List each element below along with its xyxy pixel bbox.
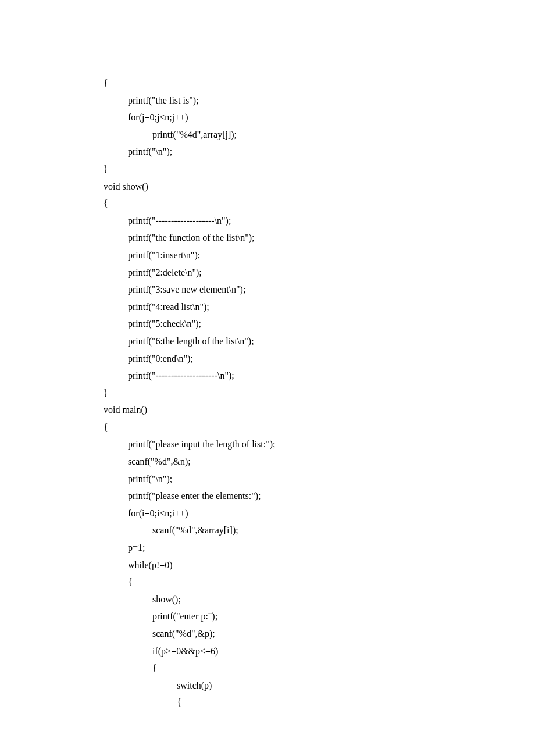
code-line: printf("--------------------\n"); <box>104 367 535 384</box>
code-line: scanf("%d",&array[i]); <box>104 522 535 539</box>
code-line: show(); <box>104 591 535 608</box>
code-line: printf("\n"); <box>104 143 535 161</box>
code-line: } <box>104 161 535 178</box>
code-line: printf("-------------------\n"); <box>104 212 535 230</box>
code-line: printf("1:insert\n"); <box>104 247 535 264</box>
code-line: printf("please input the length of list:… <box>104 436 535 453</box>
code-line: { <box>104 195 535 212</box>
code-line: printf("the function of the list\n"); <box>104 229 535 247</box>
code-line: void show() <box>104 178 535 195</box>
code-line: switch(p) <box>104 677 535 694</box>
code-line: printf("6:the length of the list\n"); <box>104 333 535 350</box>
code-line: printf("0:end\n"); <box>104 350 535 368</box>
code-line: } <box>104 384 535 402</box>
code-line: printf("\n"); <box>104 470 535 488</box>
code-line: scanf("%d",&p); <box>104 625 535 643</box>
code-line: { <box>104 694 535 711</box>
code-line: { <box>104 573 535 591</box>
code-line: printf("please enter the elements:"); <box>104 487 535 505</box>
code-line: for(i=0;i<n;i++) <box>104 505 535 522</box>
code-line: { <box>104 74 535 92</box>
code-line: { <box>104 659 535 677</box>
code-line: printf("the list is"); <box>104 92 535 109</box>
code-line: printf("2:delete\n"); <box>104 264 535 281</box>
code-line: for(j=0;j<n;j++) <box>104 109 535 126</box>
code-line: while(p!=0) <box>104 557 535 574</box>
code-line: p=1; <box>104 539 535 557</box>
code-line: printf("3:save new element\n"); <box>104 281 535 298</box>
code-line: { <box>104 419 535 436</box>
code-line: scanf("%d",&n); <box>104 453 535 470</box>
code-line: printf("4:read list\n"); <box>104 298 535 316</box>
code-line: printf("%4d",array[j]); <box>104 126 535 144</box>
code-listing: {printf("the list is");for(j=0;j<n;j++)p… <box>104 74 535 711</box>
code-line: if(p>=0&&p<=6) <box>104 643 535 660</box>
code-line: printf("enter p:"); <box>104 608 535 625</box>
code-line: void main() <box>104 401 535 419</box>
code-line: printf("5:check\n"); <box>104 315 535 333</box>
